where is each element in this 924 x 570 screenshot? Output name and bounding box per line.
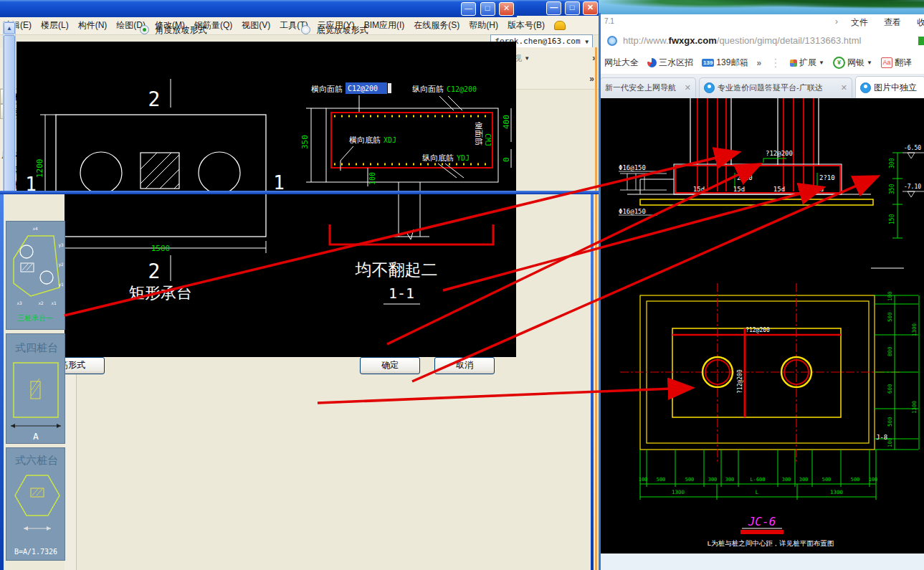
- bookmark-139-mail[interactable]: 139139邮箱: [702, 57, 748, 69]
- section-mark: 2: [148, 87, 161, 111]
- section-side-label: 侧面筋: [475, 121, 483, 146]
- dialog-maximize-button[interactable]: □: [480, 2, 495, 16]
- thumb-dim: B=A/1.7326: [14, 548, 57, 556]
- tab-close-icon[interactable]: ✕: [685, 83, 691, 92]
- ebank-button[interactable]: ¥网银▼: [833, 57, 872, 69]
- browser-menu-bar: 7.1 › 文件 查看 收: [599, 14, 924, 31]
- dim-label: 350: [889, 184, 895, 194]
- browser-menu-favorites[interactable]: 收: [917, 16, 924, 29]
- tab-close-icon[interactable]: ✕: [841, 83, 847, 92]
- dim-label: 500: [851, 477, 860, 483]
- bookmarks-overflow-icon[interactable]: »: [756, 58, 761, 68]
- bookmark-sanshui[interactable]: 三水区招: [647, 57, 693, 69]
- url-prefix: http://www.: [623, 35, 669, 46]
- dialog-cad-canvas[interactable]: 1200 1500 2 1 1 2 矩形承台 横向面筋 C12@200 纵向面筋…: [16, 42, 516, 357]
- translate-button[interactable]: Aa翻译: [881, 57, 912, 69]
- dim-label: 300: [708, 477, 718, 483]
- section-value-selected: C12@200: [348, 85, 378, 92]
- menu-bim[interactable]: BIM应用(I): [364, 19, 405, 32]
- tab-safe-nav[interactable]: 新一代安全上网导航 ✕: [600, 77, 696, 98]
- scrollbar-thumb[interactable]: [4, 35, 15, 194]
- plan-caption: 矩形承台: [129, 284, 192, 302]
- bookmark-site-nav[interactable]: 网址大全: [604, 57, 639, 69]
- address-bar-action-icon[interactable]: [918, 37, 924, 45]
- dim-label: 800: [887, 346, 893, 356]
- thumb-label: 三桩承台一: [17, 314, 53, 322]
- chevron-right-icon[interactable]: ›: [835, 16, 838, 27]
- window-controls: — □ ✕: [546, 1, 598, 16]
- bookmarks-bar: 网址大全 三水区招 139139邮箱 » ⋮ 扩展▼ ¥网银▼ Aa翻译: [599, 52, 924, 75]
- section-value: YDJ: [457, 154, 470, 162]
- elevation-label: -6.50: [904, 145, 921, 151]
- helmet-icon: [554, 21, 566, 30]
- elevation-label: -7.10: [904, 184, 921, 190]
- thumb-dim: y3: [58, 242, 64, 248]
- globe-icon: [607, 36, 617, 46]
- radio-width-slope[interactable]: 底宽放坡形式: [301, 23, 368, 37]
- maximize-button[interactable]: □: [565, 1, 580, 15]
- tab-image-detail[interactable]: 图片中独立: [855, 76, 924, 98]
- dim-label: 1300: [911, 323, 918, 336]
- anchor-label: 15d: [693, 186, 705, 193]
- ok-button[interactable]: 确定: [360, 357, 420, 374]
- window-edge: [595, 47, 597, 570]
- thumb-dim: x2: [38, 300, 44, 305]
- minimize-button[interactable]: —: [546, 1, 561, 15]
- dialog-minimize-button[interactable]: —: [461, 2, 476, 16]
- thumb-dim: x3: [16, 300, 22, 305]
- scroll-up-icon[interactable]: ▲: [4, 22, 15, 34]
- url-path: /question/gimq/detail/1313663.html: [717, 35, 862, 46]
- tab-strip: 新一代安全上网导航 ✕ 专业造价问题答疑平台-广联达 ✕ 图片中独立: [599, 75, 924, 98]
- dim-label: 300: [782, 477, 791, 483]
- address-bar[interactable]: http://www.fwxgx.com/question/gimq/detai…: [599, 30, 924, 52]
- radio-label: 底宽放坡形式: [316, 25, 368, 35]
- section-dim: 100: [368, 172, 376, 185]
- cad-image[interactable]: Φ16@150 Φ16@150 ?12@200 2?10 2?10 15d 15…: [599, 98, 924, 554]
- menu-component[interactable]: 构件(N): [78, 19, 108, 32]
- url-text[interactable]: http://www.fwxgx.com/question/gimq/detai…: [623, 35, 861, 46]
- tab-qa-platform[interactable]: 专业造价问题答疑平台-广联达 ✕: [699, 77, 852, 98]
- dim-label: L-600: [750, 477, 765, 483]
- overflow-chevron-icon[interactable]: »: [589, 74, 594, 84]
- thumb-title: 式四桩台: [15, 341, 58, 353]
- thumb-dim: A: [33, 431, 39, 442]
- rebar-label: ?12@200: [737, 369, 743, 394]
- shape-gallery: x4 y3 y2 y1 x3 x2 x1 三桩承台一 式四桩台 A: [4, 194, 65, 570]
- dialog-close-button[interactable]: ✕: [499, 2, 514, 16]
- anchor-label: 15d: [773, 186, 785, 193]
- gallery-item-three-pile[interactable]: x4 y3 y2 y1 x3 x2 x1 三桩承台一: [6, 221, 65, 330]
- menu-version[interactable]: 版本号(B): [508, 19, 545, 32]
- dim-label: 100: [887, 291, 893, 301]
- rebar-label: ?12@200: [746, 327, 770, 333]
- section-dim: 350: [300, 135, 310, 149]
- dim-label: 1300: [830, 489, 844, 495]
- dim-label: 500: [887, 417, 893, 427]
- menu-floor[interactable]: 楼层(L): [41, 19, 69, 32]
- gallery-item-six-pile[interactable]: 式六桩台 B=A/1.7326: [6, 447, 65, 561]
- gallery-item-four-pile[interactable]: 式四桩台 A: [6, 333, 65, 444]
- browser-menu-file[interactable]: 文件: [851, 16, 868, 29]
- section-caption: 1-1: [389, 285, 414, 302]
- browser-menu-view[interactable]: 查看: [884, 16, 901, 29]
- menu-view[interactable]: 视图(V): [242, 19, 270, 32]
- menu-online[interactable]: 在线服务(S): [414, 19, 459, 32]
- plan-dim-h: 1500: [151, 244, 171, 253]
- dim-label: 500: [822, 477, 832, 483]
- dim-label: 1300: [672, 489, 685, 495]
- text-cursor: [388, 83, 391, 93]
- bookmark-icon: [647, 58, 657, 67]
- background-dialog-top-border: [0, 191, 599, 194]
- browser-status-bar: [601, 554, 924, 570]
- radio-unselected-icon: [301, 25, 310, 34]
- dialog-title-bar: — □ ✕: [0, 0, 517, 17]
- cancel-button[interactable]: 取消: [434, 357, 495, 374]
- section-mark: 2: [148, 260, 161, 283]
- extensions-button[interactable]: 扩展▼: [790, 57, 824, 69]
- background-dialog-right-border: [591, 194, 594, 570]
- close-button[interactable]: ✕: [583, 1, 598, 15]
- 139-logo-icon: 139: [702, 59, 714, 67]
- radio-angle-slope[interactable]: 角度放坡形式: [140, 23, 206, 37]
- section-value: XDJ: [384, 136, 396, 144]
- translate-aa-icon: Aa: [881, 57, 892, 68]
- menu-help[interactable]: 帮助(H): [469, 19, 498, 32]
